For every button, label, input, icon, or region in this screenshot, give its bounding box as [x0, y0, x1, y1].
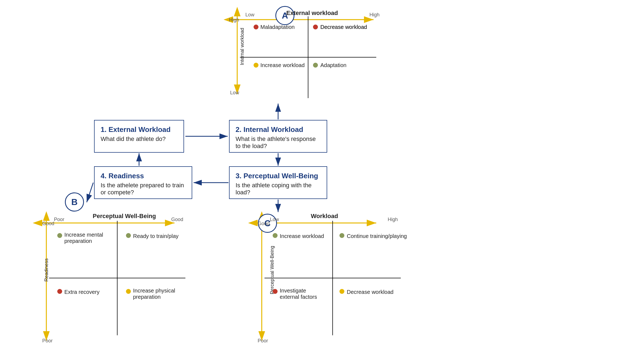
arrow-box4-circleB: [87, 183, 93, 202]
box3-subtitle: Is the athlete coping with the load?: [236, 182, 321, 196]
chartC-y-top: Good: [258, 221, 270, 227]
chartC-x-left: Low: [270, 217, 279, 222]
chartB-label-ready: Ready to train/play: [133, 233, 179, 239]
chartC-label-investigate: Investigate external factors: [280, 288, 326, 300]
box4-title: 4. Readiness: [101, 172, 186, 180]
chartA-dot-decrease: [313, 25, 318, 29]
box3-title: 3. Perceptual Well-Being: [236, 172, 321, 180]
chartC-dot-decrease: [339, 289, 344, 294]
box1-subtitle: What did the athlete do?: [101, 135, 177, 143]
chartA-dot-increase: [254, 63, 258, 68]
chartA-dot-maladaptation: [254, 25, 258, 29]
chartA-y-top: High: [229, 17, 239, 23]
chartA-label-adaptation: Adaptation: [320, 62, 347, 68]
circle-b: B: [65, 192, 84, 212]
chartA-title: External workload: [286, 10, 338, 17]
diagram-container: 1. External Workload What did the athlet…: [0, 0, 644, 362]
chartB-dot-extra: [57, 289, 62, 294]
chartC-dot-investigate: [273, 289, 278, 294]
chartC-y-label: Perceptual Well-Being: [269, 246, 275, 294]
chartA-dot-adaptation: [313, 63, 318, 68]
chartB-label-extra: Extra recovery: [64, 289, 100, 295]
chartC-label-increase: Increase workload: [280, 233, 324, 239]
chartB-y-bottom: Poor: [42, 338, 53, 344]
chartB-x-left: Poor: [54, 217, 64, 222]
chartB-y-label: Readiness: [44, 258, 49, 282]
chartC-label-decrease: Decrease workload: [347, 289, 393, 295]
chartB-label-physical: Increase physical preparation: [133, 288, 177, 300]
chartB-dot-physical: [126, 289, 131, 294]
chartA-x-left: Low: [245, 12, 254, 18]
box1-title: 1. External Workload: [101, 125, 177, 134]
chartA-label-increase: Increase workload: [260, 62, 305, 68]
box-perceptual-wellbeing: 3. Perceptual Well-Being Is the athlete …: [229, 166, 327, 199]
chartC-title: Workload: [311, 213, 338, 220]
chartA-decrease-label-detected: Decrease workload: [320, 24, 367, 30]
chartA-x-right: High: [369, 12, 380, 18]
box4-subtitle: Is the athelete prepared to train or com…: [101, 182, 186, 196]
box-external-workload: 1. External Workload What did the athlet…: [94, 120, 184, 153]
circle-b-label: B: [71, 197, 77, 207]
chartB-dot-mental: [57, 233, 62, 238]
chartA-y-bottom: Low: [230, 90, 239, 96]
chartA-label-maladaptation: Maladaptation: [260, 24, 295, 30]
chartB-x-right: Good: [171, 217, 183, 222]
chartC-y-bottom: Poor: [258, 338, 268, 344]
chartB-dot-ready: [126, 233, 131, 238]
chartC-dot-increase: [273, 233, 278, 238]
chartB-title: Perceptual Well-Being: [93, 213, 156, 220]
box-readiness: 4. Readiness Is the athelete prepared to…: [94, 166, 192, 199]
box2-subtitle: What is the athlete's response to the lo…: [236, 135, 321, 150]
chartC-x-right: High: [388, 217, 398, 222]
chartA-y-label: Internal workload: [239, 28, 245, 65]
chartC-dot-continue: [339, 233, 344, 238]
chartB-label-mental: Increase mental preparation: [64, 232, 108, 244]
box-internal-workload: 2. Internal Workload What is the athlete…: [229, 120, 327, 153]
box2-title: 2. Internal Workload: [236, 125, 321, 134]
chartC-label-continue: Continue training/playing: [347, 233, 407, 239]
chartB-y-top: Good: [42, 221, 54, 227]
